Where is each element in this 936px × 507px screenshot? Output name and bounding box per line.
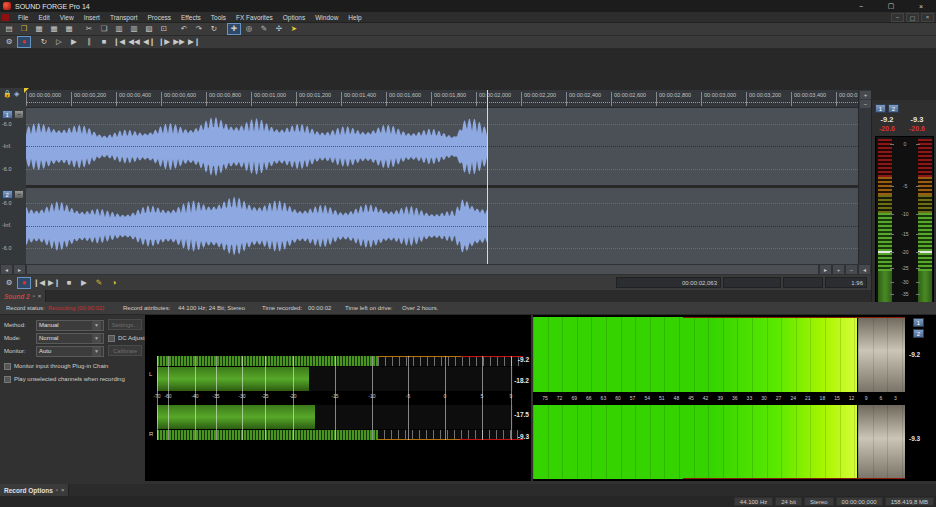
vertical-zoom-bar[interactable]: +− — [858, 90, 871, 264]
loop-playback-button[interactable]: ↻ — [37, 36, 51, 48]
scroll-left-button[interactable]: ◂ — [1, 265, 12, 274]
settings-button[interactable]: Settings... — [108, 319, 142, 330]
stop-button[interactable]: ■ — [62, 277, 76, 289]
maximize-button[interactable]: ▢ — [876, 1, 906, 12]
mode-dropdown[interactable]: Normal▼ — [36, 333, 104, 344]
tab-popout-icon[interactable]: ▫ — [33, 293, 35, 299]
record-input-meter[interactable]: L R -70-60-40-35-30-25-20-15-10-5059 -9.… — [145, 315, 531, 481]
pause-button[interactable]: ∥ — [82, 36, 96, 48]
method-dropdown[interactable]: Manual▼ — [36, 320, 104, 331]
waveform-channel-2[interactable] — [26, 188, 858, 264]
menu-options[interactable]: Options — [278, 13, 310, 22]
channel-1-minimize-button[interactable]: − — [14, 110, 25, 119]
zoom-selection-button[interactable]: ▸ — [820, 265, 831, 274]
monitor-plugin-chain-checkbox[interactable]: Monitor input through Plug-in Chain — [4, 360, 108, 372]
menu-fx-favorites[interactable]: FX Favorites — [231, 13, 278, 22]
tab-close-icon[interactable]: × — [61, 487, 65, 493]
horizontal-scrollbar[interactable]: ◂▸ ▸+−◂ — [0, 264, 871, 275]
record-options-button[interactable]: ⚙ — [2, 277, 16, 289]
zoom-out-level-button[interactable]: − — [860, 100, 871, 108]
dc-adjust-checkbox[interactable]: DC Adjust — [108, 332, 145, 344]
cut-button[interactable]: ✂ — [82, 23, 96, 35]
save-all-button[interactable]: ▦ — [62, 23, 76, 35]
tab-sound-2[interactable]: Sound 2 ▫ × — [0, 290, 46, 302]
paste-special-button[interactable]: ▥ — [127, 23, 141, 35]
channel-meters-tab-1[interactable]: 1 — [875, 104, 886, 113]
whats-this-help-button[interactable]: ➤ — [287, 23, 301, 35]
save-button[interactable]: ▦ — [32, 23, 46, 35]
loop-region-button[interactable]: ◑ — [107, 277, 121, 289]
play-all-button[interactable]: ▷ — [52, 36, 66, 48]
menu-help[interactable]: Help — [343, 13, 366, 22]
auto-ripple-button[interactable]: ✚ — [227, 23, 241, 35]
tab-close-icon[interactable]: × — [38, 293, 42, 299]
paste-button[interactable]: ▥ — [112, 23, 126, 35]
zoom-tool-button[interactable]: ◎ — [242, 23, 256, 35]
calibrate-button[interactable]: Calibrate — [108, 345, 142, 356]
zoom-in-time-button[interactable]: + — [833, 265, 844, 274]
menu-effects[interactable]: Effects — [176, 13, 206, 22]
menu-tools[interactable]: Tools — [206, 13, 231, 22]
channel-2-minimize-button[interactable]: − — [14, 190, 25, 199]
fast-forward-button[interactable]: ▶▶ — [172, 36, 186, 48]
new-file-button[interactable]: ▤ — [2, 23, 16, 35]
channel-meters-tab-2[interactable]: 2 — [888, 104, 899, 113]
record-button[interactable]: ● — [17, 36, 31, 48]
level-meter-body[interactable]: 0-5-10-15-20-25-30-35-40-50-70 — [875, 136, 934, 326]
menu-insert[interactable]: Insert — [79, 13, 105, 22]
record-options-button[interactable]: ⚙ — [2, 36, 16, 48]
event-tool-button[interactable]: ✣ — [272, 23, 286, 35]
output-meter-tab-2[interactable]: 2 — [913, 329, 924, 338]
menu-process[interactable]: Process — [143, 13, 176, 22]
undo-button[interactable]: ↶ — [177, 23, 191, 35]
paste-to-new-button[interactable]: ▧ — [142, 23, 156, 35]
record-output-meter[interactable]: 7572696663605754514845423936333027242118… — [533, 315, 936, 481]
previous-button[interactable]: ◀❙ — [142, 36, 156, 48]
copy-button[interactable]: ❏ — [97, 23, 111, 35]
scrollbar-track[interactable] — [27, 265, 818, 274]
mdi-close-button[interactable]: × — [921, 13, 934, 22]
play-button[interactable]: ▶ — [77, 277, 91, 289]
tab-popout-icon[interactable]: ▫ — [56, 487, 58, 493]
menu-file[interactable]: File — [13, 13, 33, 22]
playhead-cursor[interactable] — [487, 90, 488, 264]
next-button[interactable]: ❙▶ — [157, 36, 171, 48]
menu-transport[interactable]: Transport — [105, 13, 143, 22]
open-file-button[interactable]: ❒ — [17, 23, 31, 35]
mdi-restore-button[interactable]: ▢ — [906, 13, 919, 22]
scrollbar-thumb[interactable] — [27, 265, 818, 274]
redo-button[interactable]: ↷ — [192, 23, 206, 35]
speaker-icon[interactable]: ◈ — [14, 90, 19, 98]
close-button[interactable]: × — [906, 1, 936, 12]
scroll-right-button[interactable]: ▸ — [14, 265, 25, 274]
menu-edit[interactable]: Edit — [33, 13, 54, 22]
go-to-end-button[interactable]: ▶❙ — [47, 277, 61, 289]
go-to-start-button[interactable]: ❙◀ — [112, 36, 126, 48]
output-meter-tab-1[interactable]: 1 — [913, 318, 924, 327]
menu-window[interactable]: Window — [310, 13, 343, 22]
play-button[interactable]: ▶ — [67, 36, 81, 48]
menu-view[interactable]: View — [55, 13, 79, 22]
time-ruler[interactable]: 00:00:00,00000:00:00,20000:00:00,40000:0… — [26, 90, 858, 108]
record-button[interactable]: ● — [17, 277, 31, 289]
play-unselected-checkbox[interactable]: Play unselected channels when recording — [4, 373, 125, 385]
stop-button[interactable]: ■ — [97, 36, 111, 48]
zoom-in-level-button[interactable]: + — [860, 91, 871, 99]
go-to-start-button[interactable]: ❙◀ — [32, 277, 46, 289]
lock-icon[interactable]: 🔒 — [3, 90, 12, 98]
channel-2-number-button[interactable]: 2 — [2, 190, 13, 199]
zoom-out-time-button[interactable]: − — [846, 265, 857, 274]
monitor-dropdown[interactable]: Auto▼ — [36, 346, 104, 357]
tab-record-options[interactable]: Record Options ▫ × — [0, 484, 69, 496]
minimize-button[interactable]: − — [846, 1, 876, 12]
record-start-marker[interactable] — [24, 88, 29, 93]
zoom-normal-button[interactable]: ◂ — [859, 265, 870, 274]
go-to-end-button[interactable]: ▶❙ — [187, 36, 201, 48]
mdi-minimize-button[interactable]: − — [891, 13, 904, 22]
trim-crop-button[interactable]: ⊡ — [157, 23, 171, 35]
pencil-edit-button[interactable]: ✎ — [92, 277, 106, 289]
save-as-button[interactable]: ▦ — [47, 23, 61, 35]
channel-1-number-button[interactable]: 1 — [2, 110, 13, 119]
waveform-channel-1[interactable] — [26, 108, 858, 185]
edit-tool-button[interactable]: ✎ — [257, 23, 271, 35]
